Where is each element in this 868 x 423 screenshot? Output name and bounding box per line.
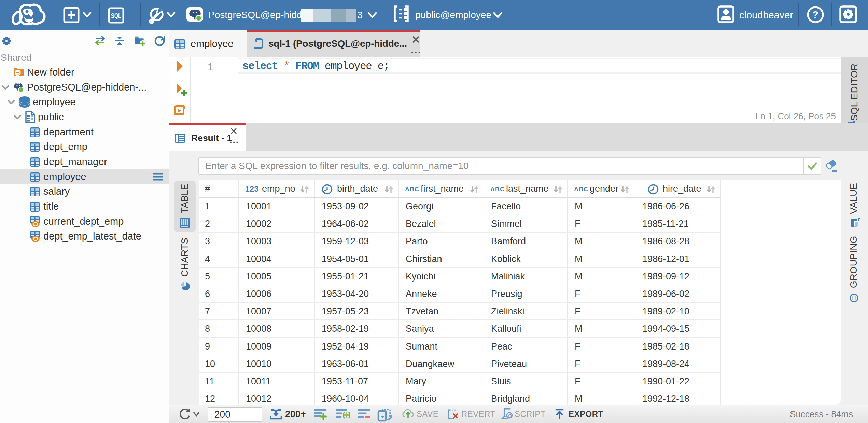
svg-text:SQL: SQL bbox=[111, 12, 121, 19]
svg-text:Q: Q bbox=[508, 413, 512, 418]
svg-text:?: ? bbox=[812, 9, 818, 20]
